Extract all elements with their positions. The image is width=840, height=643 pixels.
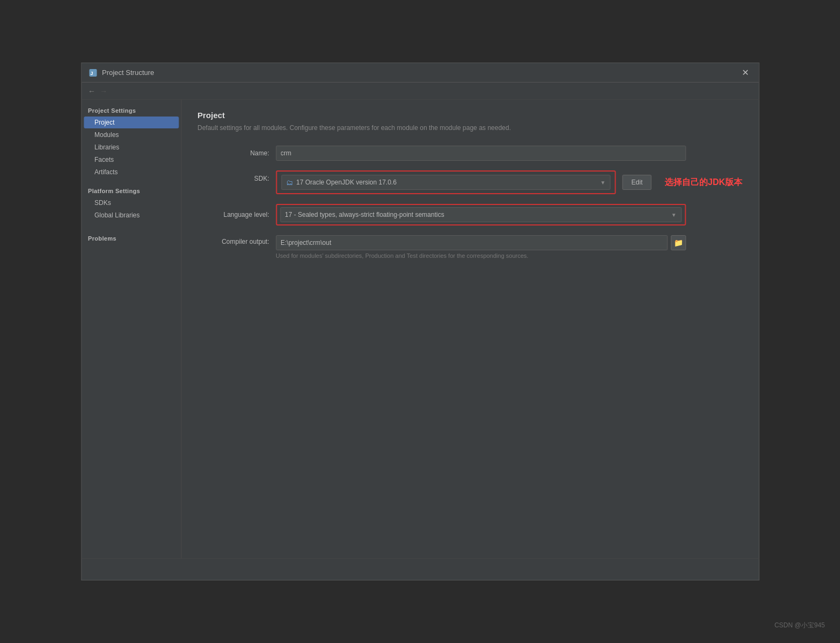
sidebar-item-libraries[interactable]: Libraries — [84, 141, 179, 153]
dialog-body: Project Settings Project Modules Librari… — [81, 100, 759, 558]
close-button[interactable]: ✕ — [739, 66, 752, 79]
section-title: Project — [197, 111, 742, 120]
sdk-dropdown-text: 17 Oracle OpenJDK version 17.0.6 — [296, 179, 597, 186]
watermark: CSDN @小宝945 — [774, 621, 825, 630]
language-level-row: Language level: 17 - Sealed types, alway… — [197, 204, 742, 225]
platform-settings-label: Platform Settings — [81, 184, 181, 196]
project-structure-dialog: J Project Structure ✕ ← → Project Settin… — [81, 63, 759, 580]
sdk-label: SDK: — [197, 170, 276, 182]
language-level-dropdown-text: 17 - Sealed types, always-strict floatin… — [285, 211, 671, 218]
language-level-dropdown[interactable]: 17 - Sealed types, always-strict floatin… — [280, 207, 681, 222]
sidebar-item-sdks[interactable]: SDKs — [84, 197, 179, 209]
svg-text:J: J — [90, 71, 93, 76]
sidebar-item-modules[interactable]: Modules — [84, 129, 179, 141]
problems-label: Problems — [81, 232, 181, 244]
language-level-dropdown-arrow: ▼ — [671, 212, 677, 218]
sidebar-item-project[interactable]: Project — [84, 117, 179, 128]
name-label: Name: — [197, 149, 276, 157]
language-level-label: Language level: — [197, 211, 276, 218]
name-input[interactable] — [276, 146, 686, 161]
title-bar: J Project Structure ✕ — [81, 63, 759, 83]
sdk-row: SDK: 🗂 17 Oracle OpenJDK version 17.0.6 … — [197, 170, 742, 194]
back-button[interactable]: ← — [88, 87, 95, 95]
sidebar-item-global-libraries[interactable]: Global Libraries — [84, 209, 179, 221]
forward-button[interactable]: → — [100, 87, 107, 95]
compiler-hint: Used for modules' subdirectories, Produc… — [276, 252, 686, 259]
language-level-control-wrap: 17 - Sealed types, always-strict floatin… — [276, 204, 686, 225]
section-desc: Default settings for all modules. Config… — [197, 123, 742, 133]
compiler-output-row: Compiler output: 📁 Used for modules' sub… — [197, 235, 742, 259]
main-content: Project Default settings for all modules… — [181, 100, 759, 558]
compiler-output-wrap: 📁 — [276, 235, 686, 250]
dialog-title: Project Structure — [102, 69, 739, 77]
compiler-folder-button[interactable]: 📁 — [671, 235, 686, 250]
name-row: Name: — [197, 146, 742, 161]
bottom-bar — [81, 558, 759, 580]
compiler-output-input[interactable] — [276, 235, 667, 250]
sidebar-item-facets[interactable]: Facets — [84, 154, 179, 166]
sidebar-item-artifacts[interactable]: Artifacts — [84, 166, 179, 178]
annotation-text: 选择自己的JDK版本 — [665, 177, 742, 188]
sidebar: Project Settings Project Modules Librari… — [81, 100, 181, 558]
sdk-folder-icon: 🗂 — [286, 179, 293, 187]
project-settings-label: Project Settings — [81, 104, 181, 116]
compiler-output-label: Compiler output: — [197, 235, 276, 245]
compiler-output-control-wrap: 📁 Used for modules' subdirectories, Prod… — [276, 235, 686, 259]
name-control-wrap — [276, 146, 686, 161]
folder-icon: 📁 — [674, 238, 683, 247]
edit-button[interactable]: Edit — [622, 175, 652, 190]
nav-bar: ← → — [81, 83, 759, 100]
app-icon: J — [88, 68, 98, 78]
sdk-dropdown-arrow: ▼ — [600, 180, 605, 186]
sdk-dropdown[interactable]: 🗂 17 Oracle OpenJDK version 17.0.6 ▼ — [281, 175, 610, 190]
